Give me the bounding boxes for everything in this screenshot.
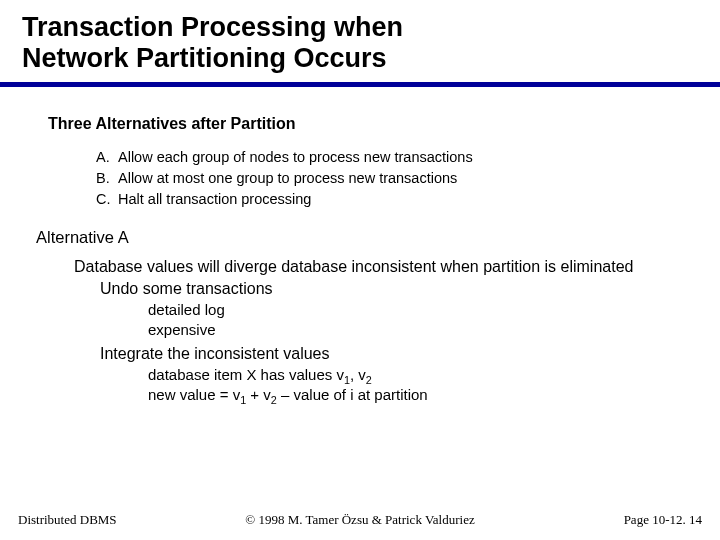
alt-a-integrate-detail-2: new value = v1 + v2 – value of i at part…	[148, 385, 680, 405]
title-line-2: Network Partitioning Occurs	[22, 43, 387, 73]
list-label-c: C.	[96, 189, 118, 210]
slide: Transaction Processing when Network Part…	[0, 0, 720, 540]
sub-2: 2	[366, 374, 372, 386]
list-item: B. Allow at most one group to process ne…	[96, 168, 680, 189]
list-text-c: Halt all transaction processing	[118, 189, 311, 210]
section-heading-three-alternatives: Three Alternatives after Partition	[48, 115, 680, 133]
int-d1-pre: database item X has values v	[148, 366, 344, 383]
list-item: C. Halt all transaction processing	[96, 189, 680, 210]
int-d2-post: – value of i at partition	[277, 386, 428, 403]
list-label-a: A.	[96, 147, 118, 168]
alternatives-list: A. Allow each group of nodes to process …	[96, 147, 680, 210]
slide-title: Transaction Processing when Network Part…	[0, 0, 720, 78]
list-text-b: Allow at most one group to process new t…	[118, 168, 457, 189]
footer-center: © 1998 M. Tamer Özsu & Patrick Valduriez	[168, 512, 552, 528]
int-d2-mid: + v	[246, 386, 271, 403]
alt-a-undo-heading: Undo some transactions	[100, 279, 680, 300]
slide-body: Three Alternatives after Partition A. Al…	[0, 87, 720, 406]
list-item: A. Allow each group of nodes to process …	[96, 147, 680, 168]
footer-left: Distributed DBMS	[18, 512, 168, 528]
list-text-a: Allow each group of nodes to process new…	[118, 147, 473, 168]
int-d1-mid: , v	[350, 366, 366, 383]
alt-a-undo-detail-2: expensive	[148, 320, 680, 340]
list-label-b: B.	[96, 168, 118, 189]
alt-a-integrate-heading: Integrate the inconsistent values	[100, 344, 680, 365]
section-heading-alternative-a: Alternative A	[36, 228, 680, 247]
slide-footer: Distributed DBMS © 1998 M. Tamer Özsu & …	[0, 512, 720, 528]
alt-a-integrate-detail-1: database item X has values v1, v2	[148, 365, 680, 385]
title-line-1: Transaction Processing when	[22, 12, 403, 42]
int-d2-pre: new value = v	[148, 386, 240, 403]
footer-right: Page 10-12. 14	[552, 512, 702, 528]
alt-a-diverge-text: Database values will diverge database in…	[74, 257, 680, 277]
alt-a-undo-detail-1: detailed log	[148, 300, 680, 320]
